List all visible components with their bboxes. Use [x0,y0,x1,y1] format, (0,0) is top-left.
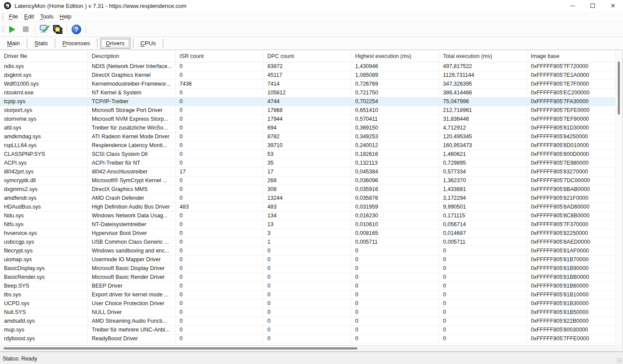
close-button[interactable]: ✕ [603,0,623,11]
menu-edit[interactable]: Edit [21,12,37,21]
window-controls: ✕ [562,0,623,11]
cell-total-execution-ms: 1,433881 [439,185,527,194]
maximize-button[interactable] [583,0,603,11]
cell-total-execution-ms: 0 [439,299,527,308]
table-row[interactable]: amdkmdag.sysATI Radeon Kernel Mode Drive… [0,133,623,141]
column-header-total-execution-ms[interactable]: Total execution (ms) [439,50,527,62]
stacked-pages-button[interactable] [51,23,64,36]
table-row[interactable]: Wdf01000.sysKernelmodustreiber-Framewor.… [0,80,623,89]
table-row[interactable]: amdsafd.sysAMD Streaming Audio Functi...… [0,317,623,326]
toolbar-grip-handle[interactable] [2,26,4,33]
column-header-dpc-count[interactable]: DPC count [263,50,351,62]
table-row[interactable]: i8042prt.sysi8042-Anschlusstreiber17170,… [0,168,623,177]
table-row[interactable]: ntoskrnl.exeNT Kernel & System01058120,7… [0,89,623,97]
tab-cpus[interactable]: CPUs [136,38,160,48]
cell-dpc-count: 45117 [263,71,351,79]
toolbar-separator [86,24,86,35]
tab-main[interactable]: Main [3,38,24,48]
table-row[interactable]: usbccgp.sysUSB Common Class Generic ...0… [0,238,623,247]
tab-separator [27,39,27,48]
table-row[interactable]: Ndu.sysWindows Network Data Usag...01340… [0,212,623,220]
table-row[interactable]: BasicDisplay.sysMicrosoft Basic Display … [0,264,623,273]
menu-help[interactable]: Help [57,12,75,21]
menu-file[interactable]: File [6,12,21,21]
help-button[interactable]: ? [70,23,83,36]
cell-image-base: 0xFFFFF805'7FFE0000 [527,335,616,343]
cell-driver-file: ACPI.sys [0,159,88,167]
cell-description: Microsoft Basic Render Driver [88,273,176,281]
cell-driver-file: stornvme.sys [0,115,88,123]
table-row[interactable]: mup.sysTreiber für mehrere UNC-Anbi...00… [0,326,623,335]
menu-tools[interactable]: Tools [37,12,56,21]
table-row[interactable]: BasicRender.sysMicrosoft Basic Render Dr… [0,273,623,282]
column-header-description[interactable]: Description [88,50,176,62]
cell-description: High Definition Audio Bus Driver [88,203,176,211]
table-row[interactable]: filecrypt.sysWindows sandboxing and enc.… [0,247,623,256]
table-row[interactable]: Ntfs.sysNT-Dateisystemtreiber0130,010610… [0,220,623,229]
cell-driver-file: amdsafd.sys [0,317,88,325]
table-row[interactable]: UCPD.sysUser Choice Protection Driver000… [0,299,623,308]
table-row[interactable]: ndis.sysNDIS (Network Driver Interface..… [0,62,623,71]
cell-dpc-count: 17944 [263,115,351,123]
vertical-scrollbar-thumb[interactable] [618,61,620,115]
edit-report-button[interactable] [38,23,51,36]
cell-description: NULL Driver [88,308,176,317]
column-header-isr-count[interactable]: ISR count [176,50,263,62]
cell-image-base: 0xFFFFF805'81B60000 [527,282,616,290]
table-row[interactable]: dxgmms2.sysDirectX Graphics MMS03080,035… [0,185,623,194]
menubar-grip-handle[interactable] [2,13,4,20]
cell-driver-file: Ndu.sys [0,212,88,220]
table-row[interactable]: HDAudBus.sysHigh Definition Audio Bus Dr… [0,203,623,212]
tab-processes[interactable]: Processes [58,38,94,48]
cell-driver-file: HDAudBus.sys [0,203,88,211]
tab-drivers[interactable]: Drivers [100,38,130,49]
table-row[interactable]: tbs.sysExport driver for kernel mode ...… [0,291,623,299]
table-row[interactable]: ACPI.sysACPI-Treiber für NT0350,1321130,… [0,159,623,168]
cell-dpc-count: 0 [263,282,351,290]
cell-highest-execution-ms: 0 [351,308,439,317]
cell-isr-count: 0 [176,124,263,132]
cell-description: NDIS (Network Driver Interface... [88,62,176,71]
cell-driver-file: Wdf01000.sys [0,80,88,88]
table-row[interactable]: Null.SYSNULL Driver00000xFFFFF805'81B500… [0,308,623,317]
tab-stats[interactable]: Stats [30,38,52,48]
vertical-scrollbar[interactable] [615,50,622,345]
cell-description: Treiber für zusätzliche WinSo... [88,124,176,132]
column-header-driver-file[interactable]: Driver file [0,50,88,62]
horizontal-scrollbar[interactable] [0,345,616,351]
horizontal-scrollbar-thumb[interactable] [4,347,357,350]
cell-description: i8042-Anschlusstreiber [88,168,176,176]
cell-isr-count: 0 [176,106,263,115]
cell-total-execution-ms: 0,729895 [439,159,527,167]
table-row[interactable]: rdyboost.sysReadyBoost Driver00000xFFFFF… [0,335,623,343]
cell-image-base: 0xFFFFF805'7E980000 [527,159,616,167]
cell-image-base: 0xFFFFF805'84250000 [527,133,616,141]
cell-total-execution-ms: 0 [439,317,527,325]
table-row[interactable]: CLASSPNP.SYSSCSI Class System Dll0530,18… [0,150,623,159]
table-row[interactable]: dxgkrnl.sysDirectX Graphics Kernel045117… [0,71,623,80]
table-row[interactable]: uiomap.sysUsermode IO Mapper Driver00000… [0,256,623,264]
table-row[interactable]: stornvme.sysMicrosoft NVM Express Storp.… [0,115,623,124]
table-row[interactable]: afd.sysTreiber für zusätzliche WinSo...0… [0,124,623,133]
cell-dpc-count: 0 [263,326,351,334]
cell-dpc-count: 17 [263,168,351,176]
cell-driver-file: rspLLL64.sys [0,141,88,150]
minimize-button[interactable] [562,0,583,11]
cell-image-base: 0xFFFFF805'8AD60000 [527,203,616,211]
cell-description: DirectX Graphics MMS [88,185,176,194]
table-row[interactable]: Beep.SYSBEEP Driver00000xFFFFF805'81B600… [0,282,623,291]
stop-monitor-button[interactable] [19,23,32,36]
table-row[interactable]: amdfendr.sysAMD Crash Defender0132440,03… [0,194,623,203]
resize-grip-handle[interactable] [617,358,622,363]
start-monitor-button[interactable] [6,23,19,36]
table-row[interactable]: storport.sysMicrosoft Storage Port Drive… [0,106,623,115]
cell-highest-execution-ms: 0,182616 [351,150,439,159]
table-row[interactable]: rspLLL64.sysResplendence Latency Monit..… [0,141,623,150]
column-header-highest-execution-ms[interactable]: Highest execution (ms) [351,50,439,62]
cell-description: NT-Dateisystemtreiber [88,220,176,229]
cell-isr-count: 0 [176,159,263,167]
table-row[interactable]: tcpip.sysTCP/IP-Treiber047440,70225475,0… [0,97,623,106]
table-row[interactable]: symcryptk.dllMicrosoft® SymCrypt Kernel … [0,177,623,185]
table-row[interactable]: hvservice.sysHypervisor Boot Driver030,0… [0,229,623,238]
column-header-image-base[interactable]: Image base [527,50,616,62]
